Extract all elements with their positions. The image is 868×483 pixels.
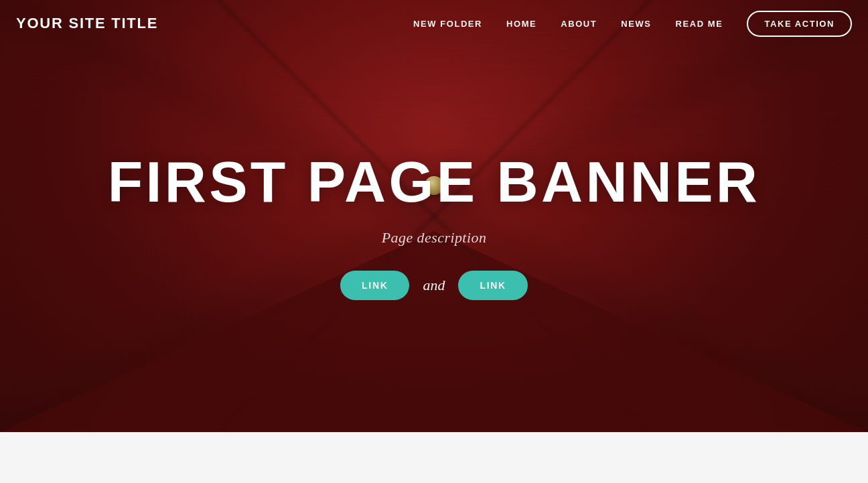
nav-item-home[interactable]: HOME: [506, 19, 536, 29]
hero-content: FIRST PAGE BANNER Page description LINK …: [108, 153, 761, 300]
nav-item-about[interactable]: ABOUT: [561, 19, 597, 29]
banner-title: FIRST PAGE BANNER: [108, 153, 761, 210]
banner-description: Page description: [382, 229, 487, 247]
hero-section: FIRST PAGE BANNER Page description LINK …: [0, 0, 868, 432]
below-fold-section: [0, 432, 868, 483]
take-action-button[interactable]: TAKE ACTION: [747, 11, 852, 37]
nav-item-news[interactable]: NEWS: [621, 19, 651, 29]
main-nav: NEW FOLDER HOME ABOUT NEWS READ ME TAKE …: [413, 11, 852, 37]
hero-link-button-2[interactable]: LINK: [458, 271, 527, 300]
conjunction-text: and: [423, 277, 445, 294]
site-title: YOUR SITE TITLE: [16, 15, 158, 32]
banner-buttons: LINK and LINK: [340, 271, 528, 300]
nav-item-new-folder[interactable]: NEW FOLDER: [413, 19, 482, 29]
site-header: YOUR SITE TITLE NEW FOLDER HOME ABOUT NE…: [0, 0, 868, 47]
hero-link-button-1[interactable]: LINK: [340, 271, 409, 300]
nav-item-read-me[interactable]: READ ME: [676, 19, 723, 29]
